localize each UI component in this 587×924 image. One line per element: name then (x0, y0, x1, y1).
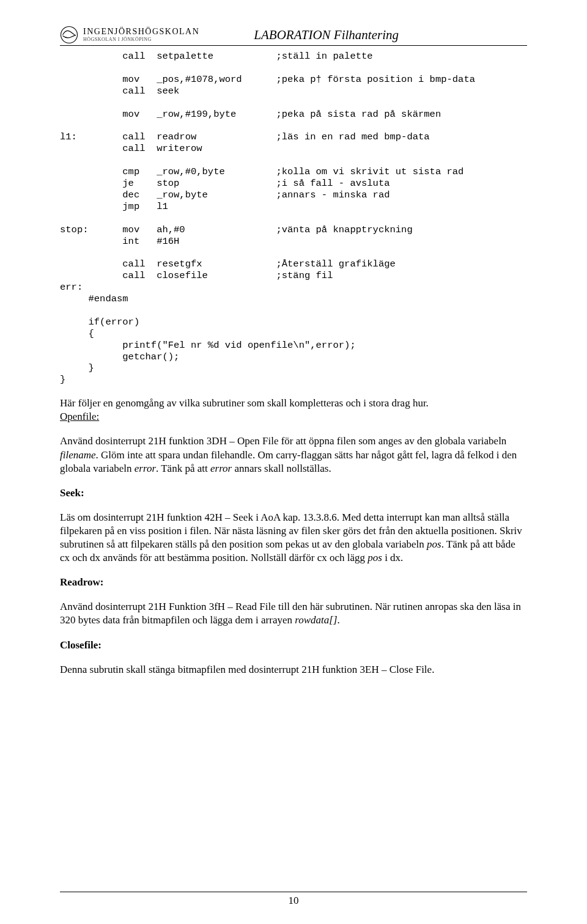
openfile-label: Openfile: (60, 410, 527, 424)
intro-text: Här följer en genomgång av vilka subruti… (60, 397, 527, 410)
seek-paragraph: Läs om dosinterrupt 21H funktion 42H – S… (60, 511, 527, 565)
closefile-paragraph: Denna subrutin skall stänga bitmapfilen … (60, 663, 527, 676)
school-subname: HÖGSKOLAN I JÖNKÖPING (83, 37, 199, 42)
page-header: INGENJÖRSHÖGSKOLAN HÖGSKOLAN I JÖNKÖPING… (60, 26, 527, 46)
openfile-paragraph: Använd dosinterrupt 21H funktion 3DH – O… (60, 435, 527, 475)
closefile-label: Closefile: (60, 639, 527, 652)
footer-rule (60, 892, 527, 892)
readrow-label: Readrow: (60, 576, 527, 589)
document-title: LABORATION Filhantering (254, 28, 527, 44)
school-name: INGENJÖRSHÖGSKOLAN (83, 28, 199, 36)
page-number: 10 (0, 895, 587, 907)
seek-label: Seek: (60, 486, 527, 500)
logo-block: INGENJÖRSHÖGSKOLAN HÖGSKOLAN I JÖNKÖPING (60, 26, 199, 44)
code-listing: call setpalette ;ställ in palette mov _p… (60, 51, 527, 386)
school-logo-icon (60, 26, 78, 44)
readrow-paragraph: Använd dosinterrupt 21H Funktion 3fH – R… (60, 600, 527, 627)
